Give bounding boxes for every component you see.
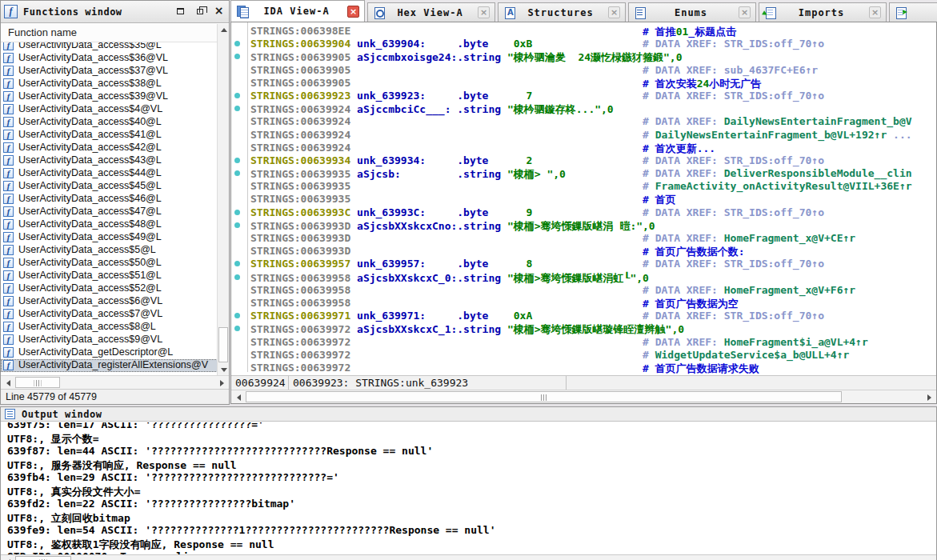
functions-window-titlebar[interactable]: f Functions window × [1,1,229,23]
tab-structures[interactable]: Structures× [498,2,626,22]
function-list-item[interactable]: fUserActivityData_access$44@L [1,167,218,180]
close-icon[interactable]: × [213,6,225,17]
close-tab-icon[interactable]: × [608,6,620,18]
function-list-item[interactable]: fUserActivityData_access$38@L [1,78,218,90]
code-line[interactable]: STRINGS:00639958# DATA XREF: HomeFragmen… [249,284,936,297]
function-name-column-header[interactable]: Function name [1,23,218,42]
code-line[interactable]: STRINGS:00639934 unk_639934: .byte 2# DA… [249,154,936,167]
code-line[interactable]: STRINGS:00639935 aSjcsb: .string "棣栭> ",… [249,167,936,180]
code-line[interactable]: STRINGS:00639924# 首次更新... [249,142,936,154]
ida-view-horizontal-scrollbar[interactable] [231,390,936,403]
scroll-left-icon[interactable] [232,391,245,403]
margin-line [231,90,247,102]
tab-hex-view-a[interactable]: Hex View-A× [367,2,495,22]
code-line[interactable]: STRINGS:00639972 aSjcsbXXskcxC_1:.string… [249,322,936,335]
horizontal-scrollbar-thumb[interactable] [15,556,71,560]
function-list-item[interactable]: fUserActivityData_access$9@VL [1,334,218,346]
output-window-titlebar[interactable]: Output window [1,407,936,422]
disassembly-listing[interactable]: STRINGS:006398EE# 首推01_标题点击STRINGS:00639… [249,25,936,375]
code-line[interactable]: STRINGS:00639972# WidgetUpdateService$a_… [249,349,936,362]
function-list-item[interactable]: fUserActivityData_access$49@L [1,231,218,244]
code-line[interactable]: STRINGS:00639924# DailyNewsEntertainFrag… [249,129,936,142]
margin-line [231,115,247,128]
code-line[interactable]: STRINGS:00639958 aSjcsbXXskcxC_0:.string… [249,271,936,284]
function-list-item[interactable]: fUserActivityData_access$52@L [1,282,218,295]
code-line[interactable]: STRINGS:00639905# 首次安装24小时无广告 [249,77,936,90]
horizontal-scrollbar-thumb[interactable] [246,391,842,402]
function-list-item[interactable]: fUserActivityData_access$36@VL [1,52,218,65]
function-list-item[interactable]: fUserActivityData_access$35@L [1,42,218,52]
maximize-icon[interactable] [174,6,186,17]
function-list-horizontal-scrollbar[interactable] [1,375,229,389]
close-tab-icon[interactable]: × [347,6,359,18]
code-line[interactable]: STRINGS:00639904 unk_639904: .byte 0xB# … [249,38,936,50]
function-name: UserActivityData_access$40@L [18,116,162,127]
scroll-left-icon[interactable] [2,377,14,389]
function-icon: f [3,130,14,140]
close-tab-icon[interactable]: × [478,6,490,18]
code-line[interactable]: STRINGS:0063993D# DATA XREF: HomeFragmen… [249,232,936,245]
code-line[interactable]: STRINGS:00639957 unk_639957: .byte 8# DA… [249,258,936,270]
function-list-item[interactable]: fUserActivityData_access$42@L [1,142,218,154]
tab-ida-view-a[interactable]: IDA View-A× [230,0,365,22]
code-line[interactable]: STRINGS:00639972# 首页广告数据请求失败 [249,362,936,374]
code-line[interactable]: STRINGS:0063993D# 首页广告数据个数: [249,245,936,258]
function-list-vertical-scrollbar[interactable] [217,24,229,375]
restore-icon[interactable] [194,6,206,17]
function-list-item[interactable]: fUserActivityData_access$40@L [1,116,218,129]
margin-line [231,25,247,38]
function-list-item[interactable]: fUserActivityData_access$8@L [1,321,218,334]
function-list-item[interactable]: fUserActivityData_access$41@L [1,129,218,142]
function-name: UserActivityData_access$6@VL [18,295,162,306]
exports-icon [895,6,907,19]
tab-exports-partial[interactable] [889,2,937,22]
function-list[interactable]: fUserActivityData_access$35@LfUserActivi… [1,42,218,375]
code-comment: # DATA XREF: sub_4637FC+E6↑r [643,64,818,76]
scroll-left-icon[interactable] [2,556,14,560]
function-list-item[interactable]: fUserActivityData_access$43@L [1,154,218,167]
function-list-item[interactable]: fUserActivityData_access$7@VL [1,308,218,321]
function-list-item[interactable]: fUserActivityData_access$51@L [1,270,218,282]
function-icon: f [3,206,14,217]
code-line[interactable]: STRINGS:006398EE# 首推01_标题点击 [249,25,936,38]
function-list-item[interactable]: fUserActivityData_access$48@L [1,218,218,231]
tab-imports[interactable]: Imports× [759,2,887,22]
code-line[interactable]: STRINGS:00639923 unk_639923: .byte 7# DA… [249,90,936,102]
code-line[interactable]: STRINGS:00639935# 首页 [249,193,936,206]
function-name: UserActivityData_access$36@VL [18,52,168,63]
code-line[interactable]: STRINGS:0063993D aSjcsbXXskcxCno:.string… [249,219,936,232]
code-line[interactable]: STRINGS:00639924# DATA XREF: DailyNewsEn… [249,115,936,128]
output-horizontal-scrollbar[interactable] [1,554,936,560]
code-line[interactable]: STRINGS:00639924 aSjccmbciCc___: .string… [249,102,936,115]
function-list-item[interactable]: fUserActivityData_registerAllExtensions@… [1,359,218,372]
code-line[interactable]: STRINGS:00639958# 首页广告数据为空 [249,297,936,310]
function-list-item[interactable]: fUserActivityData_access$4@VL [1,103,218,116]
function-list-item[interactable]: fUserActivityData_access$50@L [1,257,218,270]
scroll-right-icon[interactable] [923,391,935,403]
scroll-up-icon[interactable] [218,24,230,35]
scroll-down-icon[interactable] [218,364,230,375]
function-list-item[interactable]: fUserActivityData_access$5@L [1,244,218,257]
function-list-item[interactable]: fUserActivityData_access$46@L [1,193,218,206]
code-line[interactable]: STRINGS:0063993C unk_63993C: .byte 9# DA… [249,206,936,219]
horizontal-scrollbar-thumb[interactable] [15,377,60,388]
code-line[interactable]: STRINGS:00639935# FrameActivity_onActivi… [249,180,936,193]
close-tab-icon[interactable]: × [869,6,881,18]
code-line[interactable]: STRINGS:00639972# DATA XREF: HomeFragmen… [249,336,936,349]
function-list-item[interactable]: fUserActivityData_access$6@VL [1,295,218,308]
function-list-item[interactable]: fUserActivityData_access$37@VL [1,65,218,78]
margin-line [231,310,247,322]
close-tab-icon[interactable]: × [739,6,751,18]
scroll-right-icon[interactable] [215,377,228,389]
function-list-item[interactable]: fUserActivityData_access$39@VL [1,90,218,103]
function-list-item[interactable]: fUserActivityData_access$45@L [1,180,218,193]
margin-line [231,142,247,154]
function-list-item[interactable]: fUserActivityData_getDescriptor@L [1,346,218,359]
address-marker-dot [234,274,240,280]
tab-enums[interactable]: Enums× [628,2,756,22]
code-line[interactable]: STRINGS:00639905 aSjccmbxoisge24:.string… [249,50,936,63]
code-line[interactable]: STRINGS:00639905# DATA XREF: sub_4637FC+… [249,64,936,77]
function-list-item[interactable]: fUserActivityData_access$47@L [1,206,218,218]
code-line[interactable]: STRINGS:00639971 unk_639971: .byte 0xA# … [249,310,936,322]
vertical-scrollbar-thumb[interactable] [218,327,228,362]
